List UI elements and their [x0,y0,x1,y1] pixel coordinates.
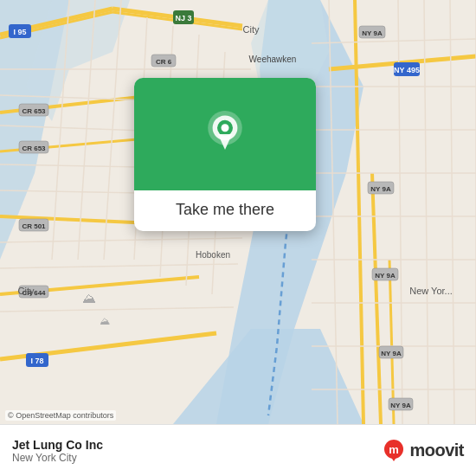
svg-text:I 95: I 95 [13,28,26,36]
svg-text:NY 9A: NY 9A [375,272,396,280]
svg-text:I 78: I 78 [30,357,43,365]
map-container: I 95 NJ 3 CR 653 CR 653 CR 501 CR 644 I … [0,0,476,424]
svg-marker-90 [390,456,397,461]
svg-text:CR 6: CR 6 [156,58,172,66]
svg-text:NJ 3: NJ 3 [175,14,191,23]
svg-text:NY 495: NY 495 [394,66,420,74]
svg-text:⛰: ⛰ [82,291,96,306]
popup-button-area: Take me there [134,190,316,231]
svg-text:Hoboken: Hoboken [196,250,230,260]
take-me-there-button[interactable]: Take me there [176,201,274,219]
footer-logo: m moovit [382,439,464,463]
popup-map-preview [134,78,316,190]
svg-point-87 [222,124,229,132]
svg-text:City: City [243,24,260,35]
moovit-icon: m [382,439,406,463]
svg-text:NY 9A: NY 9A [390,402,411,409]
location-pin-icon [202,111,248,158]
svg-text:Weehawken: Weehawken [249,55,297,64]
moovit-wordmark: moovit [409,441,464,460]
svg-text:m: m [389,443,400,456]
svg-text:⛰: ⛰ [100,315,110,327]
svg-text:NY 9A: NY 9A [381,350,402,357]
popup-card: Take me there [134,78,316,231]
svg-text:NY 9A: NY 9A [362,29,383,37]
svg-text:CR 653: CR 653 [22,107,46,115]
svg-text:CR 501: CR 501 [22,222,46,230]
footer-bar: Jet Lung Co Inc New York City m moovit [0,424,476,476]
svg-text:CR 653: CR 653 [22,145,46,152]
moovit-brand: m moovit [382,439,464,463]
svg-text:City: City [18,286,35,296]
footer-place-location: New York City [12,452,103,464]
svg-text:New Yor...: New Yor... [409,286,453,296]
footer-left: Jet Lung Co Inc New York City [12,438,103,464]
footer-place-title: Jet Lung Co Inc [12,438,103,452]
osm-attribution: © OpenStreetMap contributors [5,410,116,421]
svg-text:NY 9A: NY 9A [370,185,391,193]
